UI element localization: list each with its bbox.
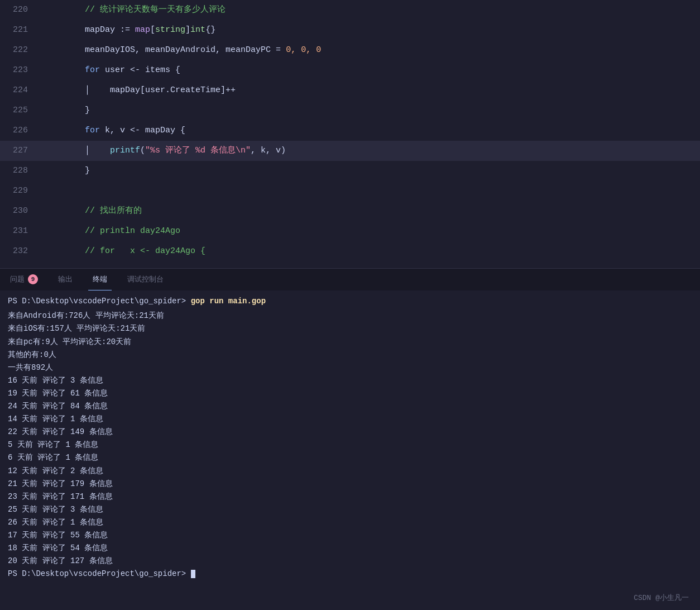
code-line-229: 229 — [0, 181, 700, 201]
tab-bar: 问题9输出终端调试控制台 — [0, 268, 700, 290]
terminal-output-line: 22 天前 评论了 149 条信息 — [8, 426, 692, 439]
tab-debug[interactable]: 调试控制台 — [123, 269, 168, 291]
line-number: 226 — [0, 121, 39, 141]
code-line-231: 231 // println day24Ago — [0, 221, 700, 241]
terminal-output-line: 17 天前 评论了 55 条信息 — [8, 529, 692, 542]
code-line-226: 226 for k, v <- mapDay { — [0, 121, 700, 141]
terminal-final-path: PS D:\Desktop\vscodeProject\go_spider> — [8, 569, 191, 578]
terminal-cursor — [191, 570, 195, 578]
line-content: } — [39, 101, 700, 121]
line-content: for user <- items { — [39, 60, 700, 80]
line-content: │ printf("%s 评论了 %d 条信息\n", k, v) — [39, 141, 700, 161]
line-content: // 统计评论天数每一天有多少人评论 — [39, 0, 700, 20]
code-line-232: 232 // for x <- day24Ago { — [0, 241, 700, 261]
line-number: 232 — [0, 241, 39, 261]
terminal-output-line: 26 天前 评论了 1 条信息 — [8, 516, 692, 529]
line-content: │ mapDay[user.CreateTime]++ — [39, 80, 700, 101]
line-number: 228 — [0, 161, 39, 181]
line-number: 229 — [0, 181, 39, 201]
line-number: 223 — [0, 60, 39, 80]
terminal-output-line: 25 天前 评论了 3 条信息 — [8, 503, 692, 516]
tab-output[interactable]: 输出 — [54, 269, 77, 291]
terminal-output-line: 20 天前 评论了 127 条信息 — [8, 555, 692, 568]
terminal-output-line: 19 天前 评论了 61 条信息 — [8, 387, 692, 400]
terminal-output-line: 12 天前 评论了 2 条信息 — [8, 465, 692, 478]
terminal-output-line: 一共有892人 — [8, 361, 692, 374]
line-number: 231 — [0, 221, 39, 241]
code-line-228: 228 } — [0, 161, 700, 181]
line-number: 222 — [0, 40, 39, 60]
line-number: 227 — [0, 141, 39, 161]
watermark: CSDN @小生凡一 — [634, 593, 689, 604]
tab-label: 问题 — [10, 274, 25, 284]
terminal-final-prompt: PS D:\Desktop\vscodeProject\go_spider> — [8, 568, 692, 580]
terminal-output-line: 18 天前 评论了 54 条信息 — [8, 542, 692, 555]
terminal-output-line: 24 天前 评论了 84 条信息 — [8, 400, 692, 413]
line-number: 221 — [0, 20, 39, 40]
terminal-output-line: 来自iOS有:157人 平均评论天:21天前 — [8, 322, 692, 335]
line-content: // println day24Ago — [39, 221, 700, 241]
terminal-output-line: 14 天前 评论了 1 条信息 — [8, 413, 692, 426]
line-content: mapDay := map[string]int{} — [39, 20, 700, 40]
line-number: 225 — [0, 101, 39, 121]
tab-label: 终端 — [93, 274, 107, 284]
line-content: // 找出所有的 — [39, 201, 700, 221]
terminal-output-line: 21 天前 评论了 179 条信息 — [8, 478, 692, 490]
line-content: for k, v <- mapDay { — [39, 121, 700, 141]
code-line-220: 220 // 统计评论天数每一天有多少人评论 — [0, 0, 700, 20]
tab-label: 调试控制台 — [127, 274, 164, 284]
line-content: // for x <- day24Ago { — [39, 241, 700, 261]
line-content: } — [39, 161, 700, 181]
terminal-output-line: 来自pc有:9人 平均评论天:20天前 — [8, 336, 692, 349]
tab-terminal[interactable]: 终端 — [88, 269, 112, 291]
line-number: 230 — [0, 201, 39, 221]
terminal-output-line: 其他的有:0人 — [8, 349, 692, 361]
terminal-output-line: 16 天前 评论了 3 条信息 — [8, 374, 692, 387]
code-line-224: 224 │ mapDay[user.CreateTime]++ — [0, 80, 700, 101]
terminal-output-line: 23 天前 评论了 171 条信息 — [8, 490, 692, 503]
terminal-prompt: PS D:\Desktop\vscodeProject\go_spider> g… — [8, 295, 692, 307]
terminal-area[interactable]: PS D:\Desktop\vscodeProject\go_spider> g… — [0, 290, 700, 610]
code-line-221: 221 mapDay := map[string]int{} — [0, 20, 700, 40]
code-line-230: 230 // 找出所有的 — [0, 201, 700, 221]
editor-area: 220 // 统计评论天数每一天有多少人评论221 mapDay := map[… — [0, 0, 700, 268]
terminal-output-line: 5 天前 评论了 1 条信息 — [8, 439, 692, 451]
terminal-path: PS D:\Desktop\vscodeProject\go_spider> — [8, 297, 191, 306]
line-number: 224 — [0, 80, 39, 101]
tab-label: 输出 — [58, 274, 73, 284]
line-content: meanDayIOS, meanDayAndroid, meanDayPC = … — [39, 40, 700, 60]
code-line-223: 223 for user <- items { — [0, 60, 700, 80]
code-line-227: 227 │ printf("%s 评论了 %d 条信息\n", k, v) — [0, 141, 700, 161]
terminal-output-line: 来自Android有:726人 平均评论天:21天前 — [8, 309, 692, 322]
code-line-225: 225 } — [0, 101, 700, 121]
terminal-command: gop run main.gop — [191, 297, 266, 306]
line-number: 220 — [0, 0, 39, 20]
code-line-222: 222 meanDayIOS, meanDayAndroid, meanDayP… — [0, 40, 700, 60]
tab-badge: 9 — [28, 274, 38, 284]
terminal-output-line: 6 天前 评论了 1 条信息 — [8, 451, 692, 464]
tab-problems[interactable]: 问题9 — [6, 269, 42, 291]
